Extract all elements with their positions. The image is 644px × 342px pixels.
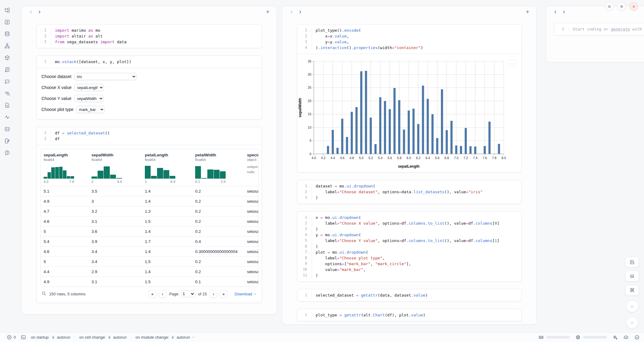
dropdown-label: Choose dataset bbox=[41, 74, 71, 79]
stop-button[interactable] bbox=[626, 301, 638, 312]
code-line: 10 value="mark_bar", bbox=[299, 267, 517, 273]
svg-text:7.8: 7.8 bbox=[492, 156, 497, 160]
page-select[interactable]: 1 bbox=[181, 290, 195, 297]
copilot-button[interactable] bbox=[623, 335, 629, 340]
table-cell: 1.4 bbox=[142, 199, 192, 204]
autorun-cell-change-toggle[interactable]: on cell change: autorun bbox=[77, 335, 129, 340]
close-button[interactable] bbox=[630, 2, 638, 11]
keyboard-shortcuts-button[interactable]: ⌘ bbox=[625, 285, 639, 296]
autorun-startup-toggle[interactable]: on startup: autorun bbox=[28, 335, 73, 340]
dependency-graph-icon[interactable] bbox=[4, 42, 10, 49]
svg-text:35: 35 bbox=[308, 59, 311, 63]
dropdown-choose-x-value[interactable]: sepalLength bbox=[74, 84, 104, 91]
code-editor[interactable]: 1plot_type = getattr(alt.Chart(df), plot… bbox=[297, 309, 521, 321]
table-row: 53.41.50.2setosa bbox=[41, 256, 258, 266]
first-page-button[interactable]: « bbox=[148, 290, 156, 298]
line-number: 8 bbox=[299, 255, 307, 261]
code-cell-imports: 1import marimo as mo2import altair as al… bbox=[36, 24, 262, 48]
code-editor[interactable]: 1⌄x = mo.ui.dropdown(2 label="Choose X v… bbox=[297, 212, 521, 281]
table-header-row: sepalLengthfloat644.37.9sepalWidthfloat6… bbox=[41, 149, 258, 186]
outline-icon[interactable] bbox=[4, 126, 10, 132]
table-cell: 1.5 bbox=[142, 280, 192, 284]
snippets-icon[interactable] bbox=[4, 102, 10, 109]
autorun-module-change-toggle[interactable]: on module change: autorun bbox=[133, 335, 198, 340]
run-button[interactable] bbox=[626, 317, 638, 329]
chart-options-button[interactable]: ··· bbox=[507, 60, 517, 67]
next-page-button[interactable]: › bbox=[209, 290, 217, 298]
code-editor[interactable]: 1Start coding or generate with AI bbox=[554, 23, 644, 35]
column-next-button[interactable] bbox=[296, 8, 304, 16]
table-cell: 3.1 bbox=[88, 280, 142, 284]
dropdown-choose-dataset[interactable]: iris bbox=[74, 73, 137, 80]
file-tree-icon[interactable] bbox=[4, 7, 10, 13]
prev-page-button[interactable]: ‹ bbox=[159, 290, 166, 298]
code-editor[interactable]: 1df = selected_dataset()2df bbox=[37, 127, 262, 145]
ai-assistant-button[interactable] bbox=[612, 335, 618, 340]
code-line: 1df = selected_dataset() bbox=[38, 130, 257, 136]
code-editor[interactable]: 1import marimo as mo2import altair as al… bbox=[37, 24, 262, 48]
dropdown-label: Choose plot type bbox=[41, 107, 73, 112]
database-icon[interactable] bbox=[4, 30, 10, 37]
svg-text:6.6: 6.6 bbox=[435, 156, 440, 160]
last-page-button[interactable]: » bbox=[220, 290, 227, 298]
errors-button[interactable]: 0 bbox=[4, 335, 18, 340]
column-prev-button[interactable] bbox=[287, 8, 296, 16]
column-next-button[interactable] bbox=[35, 8, 44, 16]
table-cell: 0.2 bbox=[192, 209, 244, 214]
fold-marker[interactable]: ⌄ bbox=[307, 183, 312, 189]
line-number: 1 bbox=[38, 27, 46, 33]
code-editor[interactable]: 1mo.vstack([dataset, x, y, plot]) bbox=[37, 56, 262, 68]
table-column-header[interactable]: sepalWidthfloat6424.4 bbox=[88, 149, 142, 186]
ram-meter bbox=[538, 335, 570, 340]
altair-bar-chart[interactable]: 4.04.24.44.64.85.05.25.45.65.86.06.26.46… bbox=[297, 54, 521, 172]
add-cell-button[interactable]: + bbox=[264, 8, 272, 16]
table-cell: setosa bbox=[244, 189, 259, 194]
code-editor[interactable]: 1⌄plot_type().encode(2 x=x.value,3 y=y.v… bbox=[297, 24, 521, 54]
terminal-button[interactable] bbox=[18, 335, 28, 340]
page-label: Page bbox=[169, 292, 178, 296]
fold-marker[interactable]: ⌄ bbox=[307, 27, 312, 33]
fold-marker[interactable]: ⌄ bbox=[307, 215, 312, 220]
helper-sidebar bbox=[0, 0, 14, 332]
connection-status-button[interactable] bbox=[634, 335, 640, 340]
dropdown-label: Choose X value bbox=[41, 85, 72, 90]
table-column-header[interactable]: sepalLengthfloat644.37.9 bbox=[41, 149, 88, 186]
column-prev-button[interactable] bbox=[27, 8, 35, 16]
table-column-header[interactable]: petalLengthfloat6416.9 bbox=[142, 149, 192, 186]
fold-marker[interactable]: ⌄ bbox=[307, 232, 312, 238]
search-icon[interactable] bbox=[41, 291, 46, 297]
download-button[interactable]: Download bbox=[234, 292, 257, 296]
scratchpad-icon[interactable] bbox=[4, 137, 10, 144]
code-line: 3) bbox=[299, 226, 517, 232]
settings-gear-button[interactable] bbox=[617, 2, 626, 11]
chat-icon[interactable] bbox=[4, 78, 10, 85]
column-prev-button[interactable] bbox=[551, 8, 560, 16]
line-number: 1 bbox=[556, 26, 564, 32]
scripts-icon[interactable] bbox=[4, 66, 10, 73]
dropdown-choose-y-value[interactable]: sepalWidth bbox=[74, 95, 104, 102]
fold-marker[interactable]: ⌄ bbox=[307, 249, 312, 255]
save-button[interactable] bbox=[625, 257, 639, 268]
table-column-header[interactable]: petalWidthfloat640.12.5 bbox=[192, 149, 244, 186]
divider bbox=[75, 335, 75, 340]
code-line: 7⌄plot = mo.ui.dropdown( bbox=[299, 249, 517, 255]
line-number: 2 bbox=[38, 136, 46, 142]
dropdown-choose-plot-type[interactable]: mark_bar bbox=[76, 106, 105, 113]
functions-icon[interactable] bbox=[4, 19, 10, 25]
column-next-button[interactable] bbox=[560, 8, 568, 16]
add-cell-button[interactable]: + bbox=[524, 8, 531, 16]
packages-icon[interactable] bbox=[4, 54, 10, 61]
ram-icon bbox=[538, 335, 544, 340]
logs-icon[interactable] bbox=[4, 90, 10, 97]
code-line: 2import altair as alt bbox=[38, 33, 257, 39]
table-column-header[interactable]: speciesobjectunique:nulls: bbox=[244, 149, 259, 186]
svg-text:sepalLength: sepalLength bbox=[398, 164, 420, 169]
line-number: 5 bbox=[299, 238, 307, 244]
table-cell: 4.9 bbox=[41, 280, 88, 284]
tracing-icon[interactable] bbox=[4, 114, 10, 120]
code-editor[interactable]: 1selected_dataset = getattr(data, datase… bbox=[297, 289, 521, 301]
layout-button[interactable] bbox=[625, 271, 639, 282]
menu-button[interactable] bbox=[605, 2, 614, 11]
code-editor[interactable]: 1⌄dataset = mo.ui.dropdown(2 label="Choo… bbox=[297, 180, 521, 204]
help-icon[interactable] bbox=[4, 149, 10, 156]
